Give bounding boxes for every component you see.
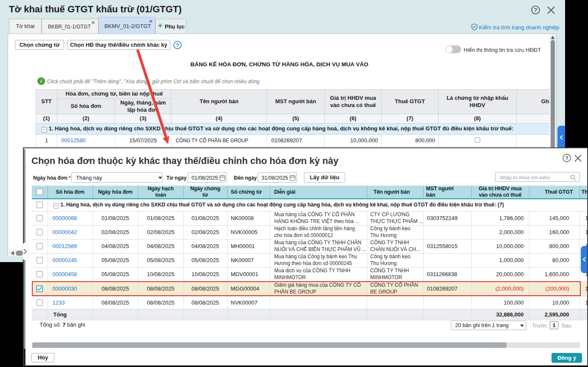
svg-text:?: ?	[534, 7, 537, 13]
svg-text:?: ?	[176, 42, 179, 48]
svg-text:?: ?	[565, 155, 568, 161]
